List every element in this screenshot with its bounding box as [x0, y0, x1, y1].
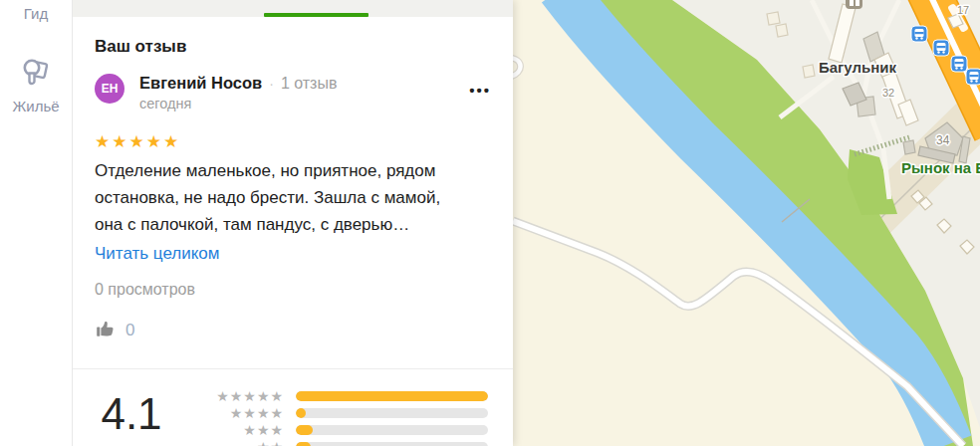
sidebar-item-guide[interactable]: Гид	[0, 5, 72, 22]
rating-histogram: ★★★★★ ★★★★ ★★★ ★★	[192, 382, 488, 446]
thumbs-up-icon	[95, 318, 117, 343]
author-review-count: 1 отзыв	[281, 75, 338, 93]
panel-tabstrip[interactable]	[73, 0, 513, 17]
bus-stop-icon[interactable]	[911, 26, 927, 42]
map-label-house-32: 32	[882, 87, 894, 99]
views-counter: 0 просмотров	[95, 281, 491, 299]
sidebar-item-guide-label: Гид	[24, 5, 48, 22]
review-author-row: ЕН Евгений Носов · 1 отзыв сегодня •••	[95, 74, 491, 112]
rating-summary: 4.1 634 оценки ★★★★★ ★★★★ ★★★ ★★	[73, 382, 513, 446]
keys-icon	[19, 55, 53, 98]
bus-stop-icon[interactable]	[951, 56, 967, 72]
histogram-row-2: ★★	[192, 438, 488, 446]
map-label-market[interactable]: Рынок на Ба	[901, 159, 980, 176]
app-window: Гид Жильё Ваш отзыв ЕН Евген	[0, 0, 980, 446]
review-text: Отделение маленькое, но приятное, рядом …	[95, 157, 468, 238]
histogram-stars-3: ★★★	[192, 422, 284, 438]
rating-bar-fill-1	[296, 408, 306, 418]
bus-stop-icon[interactable]	[966, 69, 980, 85]
author-name[interactable]: Евгений Носов	[139, 74, 262, 93]
active-tab-indicator	[264, 13, 368, 17]
histogram-track-4	[296, 408, 488, 418]
avatar[interactable]: ЕН	[95, 74, 124, 104]
bus-stop-icon[interactable]	[933, 40, 949, 56]
histogram-track-3	[296, 425, 488, 435]
review-star-rating: ★★★★★	[95, 131, 491, 152]
histogram-stars-5: ★★★★★	[192, 388, 284, 404]
left-nav-rail: Гид Жильё	[0, 0, 73, 446]
like-count: 0	[125, 321, 134, 340]
review-date: сегодня	[139, 96, 469, 112]
read-more-link[interactable]: Читать целиком	[95, 244, 220, 264]
name-separator-dot: ·	[269, 76, 274, 92]
rating-score: 4.1	[73, 392, 190, 436]
histogram-stars-2: ★★	[192, 439, 284, 446]
map-label-district: Багульник	[819, 59, 897, 76]
poi-building-icon[interactable]	[846, 0, 862, 9]
sidebar-item-housing-label: Жильё	[12, 98, 59, 114]
more-menu-button[interactable]: •••	[469, 82, 491, 112]
rating-bar-fill-0	[296, 391, 488, 401]
section-divider	[73, 368, 513, 369]
sidebar-item-housing[interactable]: Жильё	[0, 55, 72, 114]
histogram-track-5	[296, 391, 488, 401]
histogram-row-4: ★★★★	[192, 404, 488, 421]
review-panel: Ваш отзыв ЕН Евгений Носов · 1 отзыв сег…	[73, 0, 513, 446]
like-button[interactable]: 0	[95, 318, 491, 343]
histogram-track-2	[296, 442, 488, 446]
histogram-row-3: ★★★	[192, 421, 488, 438]
map-label-house-17: 17	[957, 4, 969, 16]
rating-bar-fill-2	[296, 425, 313, 435]
map-label-house-34: 34	[936, 133, 950, 147]
panel-title: Ваш отзыв	[95, 37, 491, 57]
map-canvas[interactable]: Багульник Рынок на Ба 32 34 17	[513, 0, 980, 446]
histogram-stars-4: ★★★★	[192, 405, 284, 421]
rating-bar-fill-3	[296, 442, 311, 446]
histogram-row-5: ★★★★★	[192, 387, 488, 404]
